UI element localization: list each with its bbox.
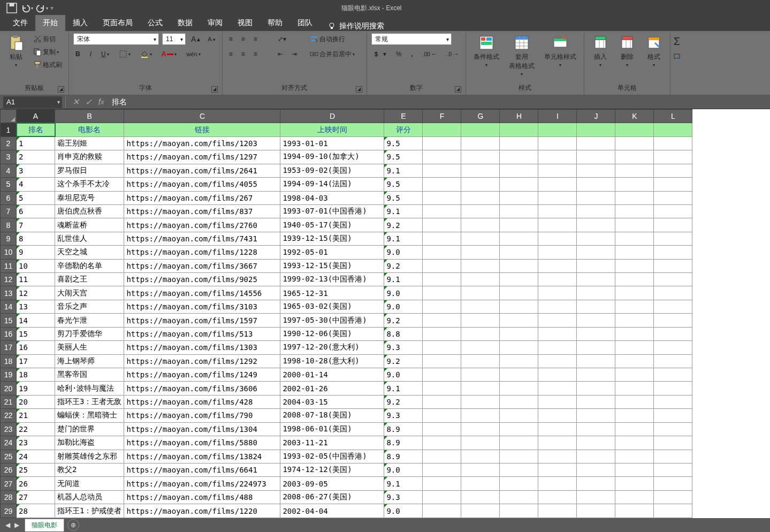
cell[interactable]: https://maoyan.com/films/1292 <box>124 354 280 368</box>
cell[interactable] <box>577 341 615 354</box>
cell[interactable]: 魂断蓝桥 <box>55 218 124 232</box>
cell[interactable] <box>654 504 692 518</box>
column-header[interactable]: L <box>654 110 692 123</box>
cell[interactable] <box>461 477 500 490</box>
cell[interactable] <box>423 327 461 340</box>
wrap-text-button[interactable]: 自动换行 <box>308 33 357 45</box>
format-painter-button[interactable]: 格式刷 <box>31 59 64 71</box>
cell[interactable] <box>423 178 461 191</box>
cell[interactable] <box>577 246 615 259</box>
cell[interactable] <box>654 286 692 300</box>
cell[interactable]: 12 <box>17 286 55 300</box>
cell[interactable]: 28 <box>17 504 55 518</box>
cell[interactable]: 25 <box>17 463 55 476</box>
cell[interactable] <box>423 136 461 150</box>
cell[interactable]: 8.8 <box>384 327 423 340</box>
cell[interactable]: https://maoyan.com/films/3606 <box>124 382 280 395</box>
cell[interactable]: https://maoyan.com/films/1297 <box>124 150 280 164</box>
cell[interactable] <box>577 164 615 177</box>
fill-button[interactable] <box>673 53 681 63</box>
cell[interactable] <box>461 232 500 245</box>
cell[interactable]: 2008-06-27(美国) <box>280 490 384 504</box>
cell[interactable]: 10 <box>17 259 55 272</box>
cell[interactable] <box>577 204 615 218</box>
cell[interactable]: 1997-05-30(中国香港) <box>280 314 384 327</box>
cell[interactable]: https://maoyan.com/films/428 <box>124 395 280 408</box>
copy-button[interactable]: 复制▾ <box>31 46 64 58</box>
cell[interactable] <box>500 395 538 408</box>
cell[interactable]: 4 <box>17 178 55 191</box>
cell[interactable]: https://maoyan.com/films/513 <box>124 327 280 340</box>
row-header[interactable]: 3 <box>1 150 17 164</box>
format-as-table-button[interactable]: 套用 表格格式▾ <box>506 33 538 78</box>
cell[interactable] <box>461 382 500 395</box>
tab-team[interactable]: 团队 <box>290 15 320 31</box>
cell[interactable] <box>461 395 500 408</box>
cell[interactable]: 1 <box>17 136 55 150</box>
row-header[interactable]: 28 <box>1 490 17 504</box>
cell[interactable] <box>423 395 461 408</box>
cell[interactable]: 霸王别姬 <box>55 136 124 150</box>
cell[interactable] <box>577 368 615 382</box>
font-name-combo[interactable]: 宋体 <box>73 33 159 45</box>
row-header[interactable]: 13 <box>1 286 17 300</box>
cell[interactable] <box>654 246 692 259</box>
cell[interactable]: 美丽人生 <box>55 341 124 354</box>
cell[interactable]: 2003-11-21 <box>280 436 384 450</box>
cell[interactable] <box>577 354 615 368</box>
cell[interactable]: 8.9 <box>384 436 423 450</box>
row-header[interactable]: 29 <box>1 504 17 518</box>
undo-icon[interactable]: ▾ <box>20 2 33 14</box>
cell[interactable]: 无间道 <box>55 477 124 490</box>
cell[interactable]: 1993-12-15(美国) <box>280 259 384 272</box>
font-launcher-icon[interactable]: ◢ <box>211 86 218 93</box>
currency-button[interactable]: $▾ <box>371 49 388 59</box>
cell[interactable]: https://maoyan.com/films/488 <box>124 490 280 504</box>
cell[interactable] <box>615 409 654 422</box>
cell[interactable]: 射雕英雄传之东邪 <box>55 450 124 463</box>
delete-cells-button[interactable]: 删除▾ <box>615 33 639 69</box>
cell[interactable] <box>538 259 577 272</box>
tell-me-search[interactable]: 操作说明搜索 <box>320 21 392 31</box>
cell[interactable]: 13 <box>17 300 55 313</box>
cell[interactable] <box>461 504 500 518</box>
cell[interactable]: 蝙蝠侠：黑暗骑士 <box>55 409 124 422</box>
cell[interactable] <box>461 164 500 177</box>
cell[interactable]: 9.2 <box>384 354 423 368</box>
cell[interactable]: 1998-10-28(意大利) <box>280 354 384 368</box>
row-header[interactable]: 10 <box>1 246 17 259</box>
cell[interactable] <box>461 422 500 436</box>
cell[interactable] <box>654 341 692 354</box>
cell[interactable]: 1993-01-01 <box>280 136 384 150</box>
cell[interactable] <box>423 286 461 300</box>
cell[interactable] <box>461 191 500 204</box>
row-header[interactable]: 8 <box>1 218 17 232</box>
cell[interactable] <box>654 368 692 382</box>
cell[interactable]: 1998-04-03 <box>280 191 384 204</box>
cell[interactable]: https://maoyan.com/films/267 <box>124 191 280 204</box>
cell[interactable] <box>500 164 538 177</box>
column-header[interactable]: B <box>55 110 124 123</box>
cell[interactable]: 7 <box>17 218 55 232</box>
indent-increase-button[interactable]: ⇥ <box>289 49 299 59</box>
column-header[interactable]: D <box>280 110 384 123</box>
row-header[interactable]: 7 <box>1 204 17 218</box>
column-header[interactable]: I <box>538 110 577 123</box>
cell[interactable]: 9.0 <box>384 246 423 259</box>
cell[interactable]: 1940-05-17(美国) <box>280 218 384 232</box>
cell[interactable]: 肖申克的救赎 <box>55 150 124 164</box>
cell[interactable] <box>654 204 692 218</box>
cell[interactable] <box>654 273 692 286</box>
cell[interactable] <box>423 232 461 245</box>
row-header[interactable]: 23 <box>1 422 17 436</box>
cell[interactable] <box>577 123 615 136</box>
cell[interactable]: 海上钢琴师 <box>55 354 124 368</box>
cell[interactable] <box>461 490 500 504</box>
column-header[interactable]: C <box>124 110 280 123</box>
cell[interactable]: 9.5 <box>384 191 423 204</box>
comma-button[interactable]: , <box>409 49 415 59</box>
cell[interactable]: 9.1 <box>384 204 423 218</box>
cell[interactable]: 9.5 <box>384 150 423 164</box>
cell[interactable] <box>538 341 577 354</box>
cell[interactable]: https://maoyan.com/films/1249 <box>124 368 280 382</box>
